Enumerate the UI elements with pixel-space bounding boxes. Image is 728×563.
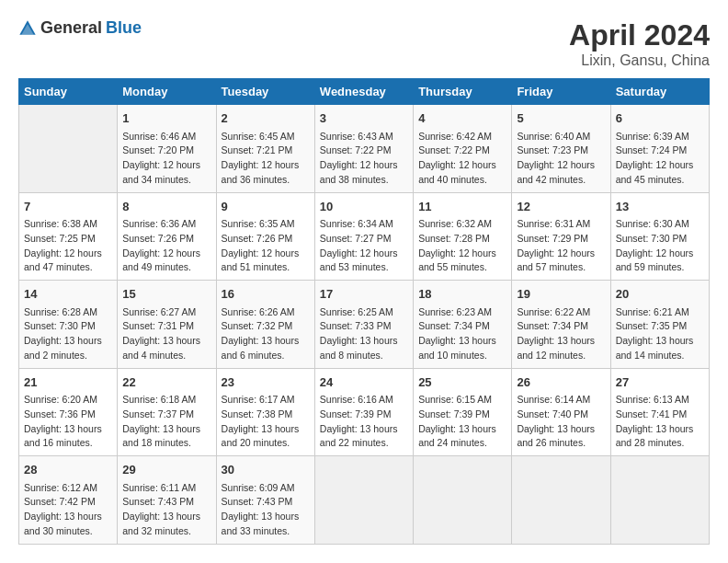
calendar-cell: 17Sunrise: 6:25 AMSunset: 7:33 PMDayligh… — [314, 281, 413, 369]
page-header: General Blue April 2024 Lixin, Gansu, Ch… — [18, 18, 710, 69]
cell-content: Sunrise: 6:22 AMSunset: 7:34 PMDaylight:… — [517, 305, 605, 363]
day-number: 2 — [222, 109, 310, 128]
day-number: 23 — [222, 373, 310, 392]
week-row-1: 1Sunrise: 6:46 AMSunset: 7:20 PMDaylight… — [19, 105, 710, 193]
cell-content: Sunrise: 6:18 AMSunset: 7:37 PMDaylight:… — [122, 393, 210, 451]
calendar-cell: 22Sunrise: 6:18 AMSunset: 7:37 PMDayligh… — [118, 368, 216, 456]
cell-content: Sunrise: 6:46 AMSunset: 7:20 PMDaylight:… — [122, 130, 210, 188]
day-number: 25 — [418, 373, 506, 392]
cell-content: Sunrise: 6:11 AMSunset: 7:43 PMDaylight:… — [122, 481, 210, 539]
calendar-cell: 3Sunrise: 6:43 AMSunset: 7:22 PMDaylight… — [314, 105, 413, 193]
day-number: 30 — [222, 461, 310, 479]
calendar-cell: 24Sunrise: 6:16 AMSunset: 7:39 PMDayligh… — [314, 368, 413, 456]
day-number: 10 — [320, 198, 408, 216]
calendar-cell: 7Sunrise: 6:38 AMSunset: 7:25 PMDaylight… — [19, 192, 118, 281]
day-number: 5 — [517, 109, 605, 128]
day-number: 8 — [122, 198, 210, 216]
logo-blue: Blue — [106, 18, 142, 38]
calendar-cell: 9Sunrise: 6:35 AMSunset: 7:26 PMDaylight… — [216, 192, 314, 281]
cell-content: Sunrise: 6:32 AMSunset: 7:28 PMDaylight:… — [418, 217, 506, 275]
calendar-cell: 16Sunrise: 6:26 AMSunset: 7:32 PMDayligh… — [216, 281, 314, 369]
day-number: 19 — [517, 285, 605, 304]
week-row-4: 21Sunrise: 6:20 AMSunset: 7:36 PMDayligh… — [19, 368, 710, 456]
day-number: 21 — [24, 373, 112, 392]
calendar-cell: 25Sunrise: 6:15 AMSunset: 7:39 PMDayligh… — [414, 368, 512, 456]
cell-content: Sunrise: 6:15 AMSunset: 7:39 PMDaylight:… — [418, 393, 506, 451]
column-header-saturday: Saturday — [610, 79, 709, 105]
calendar-cell: 2Sunrise: 6:45 AMSunset: 7:21 PMDaylight… — [216, 105, 314, 193]
day-number: 20 — [616, 285, 704, 304]
day-number: 26 — [517, 373, 605, 392]
cell-content: Sunrise: 6:16 AMSunset: 7:39 PMDaylight:… — [320, 393, 408, 451]
calendar-cell: 8Sunrise: 6:36 AMSunset: 7:26 PMDaylight… — [118, 192, 216, 281]
cell-content: Sunrise: 6:38 AMSunset: 7:25 PMDaylight:… — [24, 217, 112, 275]
cell-content: Sunrise: 6:35 AMSunset: 7:26 PMDaylight:… — [222, 217, 310, 275]
column-header-tuesday: Tuesday — [216, 79, 314, 105]
column-header-friday: Friday — [512, 79, 610, 105]
cell-content: Sunrise: 6:30 AMSunset: 7:30 PMDaylight:… — [616, 217, 704, 275]
day-number: 27 — [616, 373, 704, 392]
calendar-cell: 4Sunrise: 6:42 AMSunset: 7:22 PMDaylight… — [414, 105, 512, 193]
day-number: 22 — [122, 373, 210, 392]
week-row-2: 7Sunrise: 6:38 AMSunset: 7:25 PMDaylight… — [19, 192, 710, 281]
cell-content: Sunrise: 6:28 AMSunset: 7:30 PMDaylight:… — [24, 305, 112, 363]
calendar-cell — [414, 456, 512, 545]
calendar-cell: 29Sunrise: 6:11 AMSunset: 7:43 PMDayligh… — [118, 456, 216, 545]
calendar-cell — [314, 456, 413, 545]
cell-content: Sunrise: 6:09 AMSunset: 7:43 PMDaylight:… — [222, 481, 310, 539]
day-number: 18 — [418, 285, 506, 304]
header-row: SundayMondayTuesdayWednesdayThursdayFrid… — [19, 79, 710, 105]
cell-content: Sunrise: 6:27 AMSunset: 7:31 PMDaylight:… — [122, 305, 210, 363]
calendar-cell: 11Sunrise: 6:32 AMSunset: 7:28 PMDayligh… — [414, 192, 512, 281]
cell-content: Sunrise: 6:14 AMSunset: 7:40 PMDaylight:… — [517, 393, 605, 451]
week-row-5: 28Sunrise: 6:12 AMSunset: 7:42 PMDayligh… — [19, 456, 710, 545]
column-header-monday: Monday — [118, 79, 216, 105]
cell-content: Sunrise: 6:17 AMSunset: 7:38 PMDaylight:… — [222, 393, 310, 451]
calendar-cell: 1Sunrise: 6:46 AMSunset: 7:20 PMDaylight… — [118, 105, 216, 193]
column-header-sunday: Sunday — [19, 79, 118, 105]
cell-content: Sunrise: 6:34 AMSunset: 7:27 PMDaylight:… — [320, 217, 408, 275]
cell-content: Sunrise: 6:40 AMSunset: 7:23 PMDaylight:… — [517, 130, 605, 188]
calendar-cell: 30Sunrise: 6:09 AMSunset: 7:43 PMDayligh… — [216, 456, 314, 545]
cell-content: Sunrise: 6:20 AMSunset: 7:36 PMDaylight:… — [24, 393, 112, 451]
day-number: 9 — [222, 198, 310, 216]
cell-content: Sunrise: 6:39 AMSunset: 7:24 PMDaylight:… — [616, 130, 704, 188]
calendar-cell — [19, 105, 118, 193]
cell-content: Sunrise: 6:23 AMSunset: 7:34 PMDaylight:… — [418, 305, 506, 363]
day-number: 12 — [517, 198, 605, 216]
calendar-cell: 13Sunrise: 6:30 AMSunset: 7:30 PMDayligh… — [610, 192, 709, 281]
calendar-cell: 27Sunrise: 6:13 AMSunset: 7:41 PMDayligh… — [610, 368, 709, 456]
calendar-cell: 12Sunrise: 6:31 AMSunset: 7:29 PMDayligh… — [512, 192, 610, 281]
calendar-cell: 28Sunrise: 6:12 AMSunset: 7:42 PMDayligh… — [19, 456, 118, 545]
calendar-cell: 5Sunrise: 6:40 AMSunset: 7:23 PMDaylight… — [512, 105, 610, 193]
logo-general: General — [40, 18, 102, 38]
day-number: 16 — [222, 285, 310, 304]
calendar-cell: 18Sunrise: 6:23 AMSunset: 7:34 PMDayligh… — [414, 281, 512, 369]
column-header-thursday: Thursday — [414, 79, 512, 105]
calendar-cell: 19Sunrise: 6:22 AMSunset: 7:34 PMDayligh… — [512, 281, 610, 369]
location-subtitle: Lixin, Gansu, China — [569, 52, 710, 69]
day-number: 1 — [122, 109, 210, 128]
calendar-table: SundayMondayTuesdayWednesdayThursdayFrid… — [18, 78, 710, 545]
day-number: 11 — [418, 198, 506, 216]
cell-content: Sunrise: 6:21 AMSunset: 7:35 PMDaylight:… — [616, 305, 704, 363]
day-number: 24 — [320, 373, 408, 392]
calendar-cell: 20Sunrise: 6:21 AMSunset: 7:35 PMDayligh… — [610, 281, 709, 369]
title-block: April 2024 Lixin, Gansu, China — [569, 18, 710, 69]
day-number: 28 — [24, 461, 112, 479]
day-number: 13 — [616, 198, 704, 216]
week-row-3: 14Sunrise: 6:28 AMSunset: 7:30 PMDayligh… — [19, 281, 710, 369]
cell-content: Sunrise: 6:42 AMSunset: 7:22 PMDaylight:… — [418, 130, 506, 188]
day-number: 4 — [418, 109, 506, 128]
calendar-cell — [610, 456, 709, 545]
calendar-cell: 21Sunrise: 6:20 AMSunset: 7:36 PMDayligh… — [19, 368, 118, 456]
cell-content: Sunrise: 6:45 AMSunset: 7:21 PMDaylight:… — [222, 130, 310, 188]
calendar-cell: 26Sunrise: 6:14 AMSunset: 7:40 PMDayligh… — [512, 368, 610, 456]
calendar-cell: 14Sunrise: 6:28 AMSunset: 7:30 PMDayligh… — [19, 281, 118, 369]
day-number: 7 — [24, 198, 112, 216]
cell-content: Sunrise: 6:36 AMSunset: 7:26 PMDaylight:… — [122, 217, 210, 275]
day-number: 14 — [24, 285, 112, 304]
calendar-cell: 23Sunrise: 6:17 AMSunset: 7:38 PMDayligh… — [216, 368, 314, 456]
day-number: 6 — [616, 109, 704, 128]
calendar-cell: 15Sunrise: 6:27 AMSunset: 7:31 PMDayligh… — [118, 281, 216, 369]
